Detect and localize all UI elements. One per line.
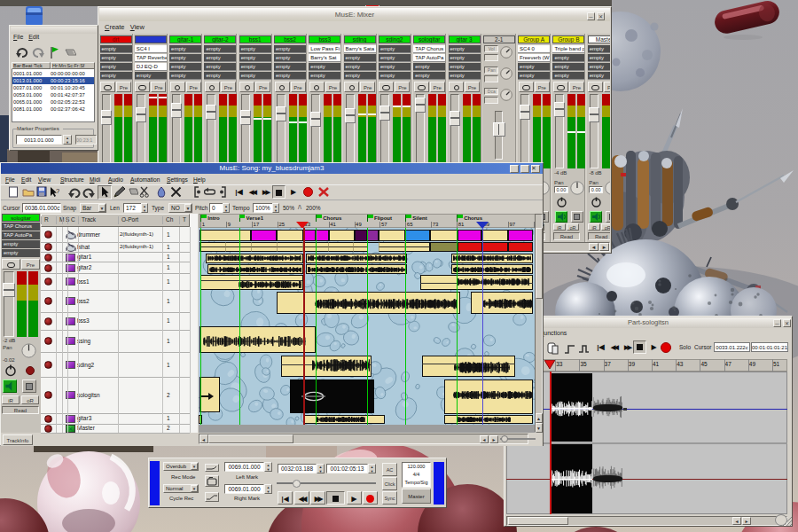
svg-text:?: ? <box>56 187 59 195</box>
